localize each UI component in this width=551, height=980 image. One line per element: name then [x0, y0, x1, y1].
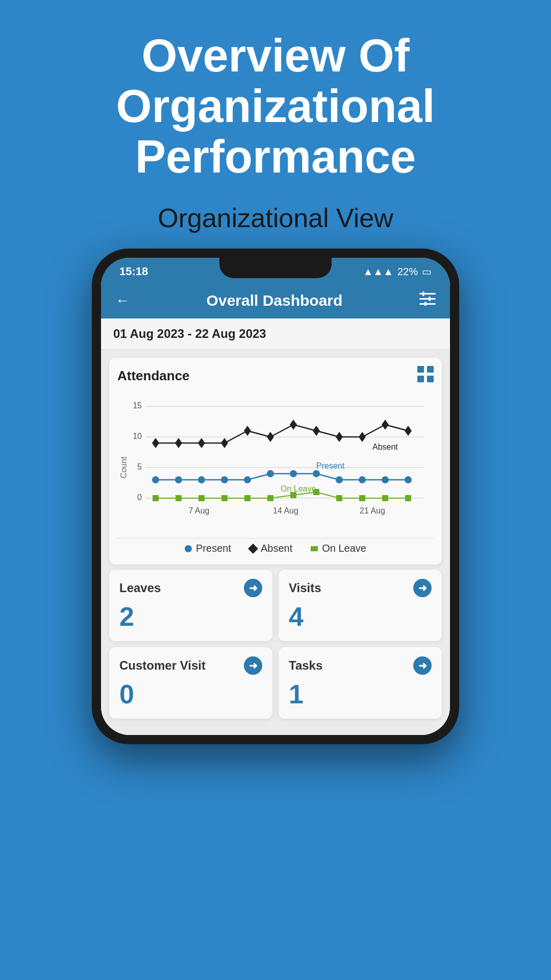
customer-visit-arrow[interactable]: ➜ — [244, 656, 262, 675]
on-leave-label: On Leave — [322, 543, 366, 554]
svg-text:7 Aug: 7 Aug — [189, 506, 210, 515]
svg-marker-28 — [290, 420, 297, 430]
app-header: ← Overall Dashboard — [101, 282, 450, 318]
svg-text:10: 10 — [133, 432, 142, 440]
svg-rect-7 — [427, 366, 434, 373]
svg-marker-27 — [267, 432, 274, 442]
svg-marker-24 — [198, 438, 205, 448]
org-view-label: Organizational View — [158, 203, 393, 233]
attendance-card-header: Attendance — [117, 366, 434, 386]
customer-visit-header: Customer Visit ➜ — [119, 656, 262, 675]
battery-percent: 22% — [397, 266, 418, 278]
tasks-label: Tasks — [289, 658, 322, 673]
phone-frame: 15:18 ▲▲▲ 22% ▭ ← Overall Dashboard — [92, 249, 459, 744]
svg-text:14 Aug: 14 Aug — [273, 506, 298, 515]
svg-rect-4 — [429, 297, 431, 301]
svg-rect-51 — [221, 495, 228, 501]
svg-marker-32 — [382, 420, 389, 430]
svg-rect-5 — [424, 302, 427, 306]
svg-rect-53 — [267, 495, 273, 501]
back-button[interactable]: ← — [115, 292, 130, 309]
on-leave-dot — [311, 546, 318, 551]
svg-point-45 — [382, 476, 389, 483]
svg-text:On Leave: On Leave — [281, 484, 316, 493]
phone-mockup: 15:18 ▲▲▲ 22% ▭ ← Overall Dashboard — [92, 249, 459, 744]
svg-point-38 — [221, 476, 228, 483]
visits-card[interactable]: Visits ➜ 4 — [279, 570, 442, 641]
svg-rect-3 — [422, 291, 424, 296]
svg-point-36 — [175, 476, 182, 483]
svg-point-41 — [290, 470, 297, 477]
svg-rect-50 — [198, 495, 205, 501]
stats-row-1: Leaves ➜ 2 Visits ➜ 4 — [101, 570, 450, 641]
tasks-arrow[interactable]: ➜ — [413, 656, 432, 675]
hero-title: Overview Of Organizational Performance — [0, 0, 551, 203]
content-area: 01 Aug 2023 - 22 Aug 2023 Attendance — [101, 318, 450, 735]
legend-absent: Absent — [249, 543, 292, 554]
svg-text:15: 15 — [133, 401, 142, 410]
svg-point-39 — [244, 476, 251, 483]
svg-marker-22 — [152, 438, 159, 448]
svg-text:21 Aug: 21 Aug — [360, 506, 385, 515]
customer-visit-label: Customer Visit — [119, 658, 206, 673]
svg-point-43 — [336, 476, 343, 483]
svg-marker-31 — [359, 432, 366, 442]
chart-svg: Count 15 10 5 0 7 Aug — [117, 391, 434, 534]
leaves-value: 2 — [119, 601, 262, 632]
visits-value: 4 — [289, 601, 432, 632]
app-header-title: Overall Dashboard — [207, 292, 343, 309]
svg-point-42 — [313, 470, 320, 477]
svg-rect-48 — [153, 495, 159, 501]
svg-rect-8 — [417, 376, 424, 382]
attendance-title: Attendance — [117, 368, 190, 384]
svg-text:Present: Present — [316, 461, 345, 470]
status-time: 15:18 — [119, 265, 148, 278]
attendance-chart: Count 15 10 5 0 7 Aug — [117, 391, 434, 534]
svg-point-40 — [267, 470, 274, 477]
svg-rect-49 — [176, 495, 182, 501]
phone-notch — [219, 258, 332, 278]
chart-legend: Present Absent On Leave — [117, 538, 434, 554]
svg-rect-59 — [405, 495, 411, 501]
leaves-card[interactable]: Leaves ➜ 2 — [109, 570, 272, 641]
svg-rect-56 — [336, 495, 342, 501]
svg-text:Absent: Absent — [372, 443, 398, 451]
leaves-header: Leaves ➜ — [119, 579, 262, 597]
svg-point-46 — [405, 476, 412, 483]
leaves-arrow[interactable]: ➜ — [244, 579, 262, 597]
svg-point-44 — [359, 476, 366, 483]
absent-dot — [248, 544, 258, 554]
svg-marker-33 — [405, 426, 412, 436]
absent-label: Absent — [261, 543, 292, 554]
filter-button[interactable] — [419, 291, 436, 309]
svg-marker-29 — [313, 426, 320, 436]
svg-rect-9 — [427, 376, 434, 382]
visits-label: Visits — [289, 581, 321, 595]
svg-marker-25 — [221, 438, 228, 448]
customer-visit-card[interactable]: Customer Visit ➜ 0 — [109, 647, 272, 719]
grid-icon[interactable] — [417, 366, 434, 386]
svg-point-35 — [152, 476, 159, 483]
svg-rect-0 — [419, 293, 436, 295]
tasks-value: 1 — [289, 679, 432, 709]
visits-arrow[interactable]: ➜ — [413, 579, 432, 597]
svg-point-37 — [198, 476, 205, 483]
svg-marker-30 — [336, 432, 343, 442]
present-dot — [185, 545, 192, 552]
svg-marker-26 — [244, 426, 251, 436]
svg-rect-1 — [419, 298, 436, 300]
tasks-header: Tasks ➜ — [289, 656, 432, 675]
legend-present: Present — [185, 543, 231, 554]
svg-rect-52 — [244, 495, 251, 501]
svg-rect-6 — [417, 366, 424, 373]
stats-row-2: Customer Visit ➜ 0 Tasks ➜ 1 — [101, 647, 450, 719]
battery-icon: ▭ — [422, 265, 432, 278]
status-right: ▲▲▲ 22% ▭ — [363, 265, 432, 278]
present-label: Present — [196, 543, 231, 554]
customer-visit-value: 0 — [119, 679, 262, 709]
date-range: 01 Aug 2023 - 22 Aug 2023 — [101, 318, 450, 350]
svg-rect-58 — [382, 495, 388, 501]
leaves-label: Leaves — [119, 581, 161, 595]
tasks-card[interactable]: Tasks ➜ 1 — [279, 647, 442, 719]
svg-rect-2 — [419, 303, 436, 305]
